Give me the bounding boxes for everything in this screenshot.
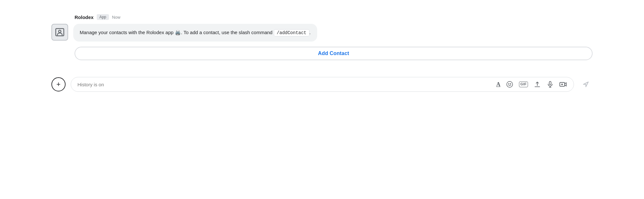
format-text-icon[interactable]: A <box>496 81 500 88</box>
avatar <box>51 24 68 41</box>
video-add-icon[interactable] <box>559 81 567 88</box>
svg-point-4 <box>510 83 511 84</box>
contact-card-icon <box>55 27 65 37</box>
message-text-part1: Manage your contacts with the Rolodex ap… <box>80 30 175 35</box>
message-header: Rolodex App Now <box>75 14 593 20</box>
message-text-part2: . To add a contact, use the slash comman… <box>181 30 274 35</box>
svg-point-3 <box>508 83 509 84</box>
toolbar-icons: A GIF <box>496 81 567 88</box>
mic-icon[interactable] <box>547 81 554 88</box>
message-area: Rolodex App Now Manage your contacts wit… <box>0 8 644 67</box>
gif-icon[interactable]: GIF <box>519 81 528 87</box>
add-contact-button[interactable]: Add Contact <box>75 47 593 60</box>
upload-icon[interactable] <box>534 81 541 88</box>
svg-point-1 <box>58 30 61 33</box>
timestamp: Now <box>112 15 121 20</box>
emoji-icon[interactable] <box>506 81 513 88</box>
message-row: Manage your contacts with the Rolodex ap… <box>51 24 593 42</box>
plus-icon: + <box>57 80 61 89</box>
send-button[interactable] <box>579 78 593 91</box>
sender-name: Rolodex <box>75 14 94 20</box>
input-area: + A GIF <box>0 67 644 98</box>
message-input[interactable] <box>77 82 492 87</box>
gif-badge: GIF <box>519 81 528 87</box>
app-badge: App <box>97 14 109 20</box>
slash-command-code: /addContact <box>274 29 309 36</box>
send-icon <box>582 80 590 89</box>
message-bubble: Manage your contacts with the Rolodex ap… <box>73 24 317 42</box>
rolodex-emoji: 🖨️ <box>175 30 181 35</box>
plus-button[interactable]: + <box>51 77 66 91</box>
message-text-part3: . <box>309 30 311 35</box>
svg-point-2 <box>507 81 513 87</box>
svg-rect-5 <box>549 81 551 85</box>
input-container: A GIF <box>71 77 574 92</box>
